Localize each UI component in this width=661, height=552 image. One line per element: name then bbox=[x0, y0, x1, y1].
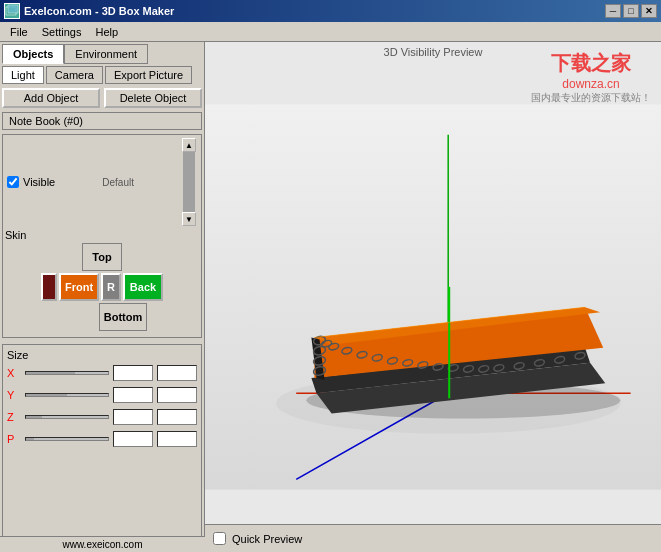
visible-checkbox[interactable] bbox=[7, 176, 19, 188]
size-p-input[interactable] bbox=[113, 431, 153, 447]
skin-bottom-row: Bottom bbox=[57, 303, 147, 331]
size-p-input2[interactable] bbox=[157, 431, 197, 447]
skin-label: Skin bbox=[5, 229, 199, 241]
quick-preview-bar: Quick Preview bbox=[205, 524, 661, 552]
size-x-label: X bbox=[7, 367, 21, 379]
size-z-slider[interactable] bbox=[25, 415, 109, 419]
skin-r[interactable]: R bbox=[101, 273, 121, 301]
menu-help[interactable]: Help bbox=[89, 24, 124, 40]
skin-grid: Top Front R Back Bottom bbox=[5, 243, 199, 333]
props-header: Visible Default ▲ ▼ bbox=[5, 137, 199, 227]
size-y-slider[interactable] bbox=[25, 393, 109, 397]
title-bar: ExeIcon.com - 3D Box Maker ─ □ ✕ bbox=[0, 0, 661, 22]
scroll-up-button[interactable]: ▲ bbox=[182, 138, 196, 152]
visible-row: Visible bbox=[7, 176, 55, 188]
notebook-label: Note Book (#0) bbox=[2, 112, 202, 130]
default-label: Default bbox=[102, 177, 134, 188]
skin-section: Skin Top Front R Back Bottom bbox=[5, 229, 199, 333]
size-x-input[interactable] bbox=[113, 365, 153, 381]
scene-container bbox=[205, 72, 661, 522]
tab-objects[interactable]: Objects bbox=[2, 44, 64, 64]
main-tabs: Objects Environment bbox=[2, 44, 202, 64]
size-p-slider[interactable] bbox=[25, 437, 109, 441]
watermark-line2: downza.cn bbox=[531, 77, 651, 91]
preview-panel: 3D Visibility Preview 下载之家 downza.cn 国内最… bbox=[205, 42, 661, 552]
size-title: Size bbox=[7, 349, 197, 361]
skin-left[interactable] bbox=[41, 273, 57, 301]
scroll-down-button[interactable]: ▼ bbox=[182, 212, 196, 226]
skin-top-row: Top bbox=[82, 243, 122, 271]
app-title: ExeIcon.com - 3D Box Maker bbox=[24, 5, 174, 17]
size-x-input2[interactable] bbox=[157, 365, 197, 381]
subtab-light[interactable]: Light bbox=[2, 66, 44, 84]
size-y-label: Y bbox=[7, 389, 21, 401]
footer: www.exeicon.com bbox=[0, 536, 205, 552]
size-y-input2[interactable] bbox=[157, 387, 197, 403]
size-panel: Size X Y Z bbox=[2, 344, 202, 550]
sub-tabs: Light Camera Export Picture bbox=[2, 66, 202, 84]
watermark: 下载之家 downza.cn 国内最专业的资源下载站！ bbox=[531, 50, 651, 105]
tab-environment[interactable]: Environment bbox=[64, 44, 148, 64]
main-layout: Objects Environment Light Camera Export … bbox=[0, 42, 661, 552]
size-p-row: P bbox=[7, 431, 197, 447]
footer-url: www.exeicon.com bbox=[62, 539, 142, 550]
menu-file[interactable]: File bbox=[4, 24, 34, 40]
skin-bottom[interactable]: Bottom bbox=[99, 303, 147, 331]
size-z-label: Z bbox=[7, 411, 21, 423]
add-object-button[interactable]: Add Object bbox=[2, 88, 100, 108]
size-x-row: X bbox=[7, 365, 197, 381]
skin-mid-row: Front R Back bbox=[41, 273, 163, 301]
size-y-row: Y bbox=[7, 387, 197, 403]
skin-top[interactable]: Top bbox=[82, 243, 122, 271]
size-x-slider[interactable] bbox=[25, 371, 109, 375]
quick-preview-label: Quick Preview bbox=[232, 533, 302, 545]
size-z-row: Z bbox=[7, 409, 197, 425]
menu-settings[interactable]: Settings bbox=[36, 24, 88, 40]
svg-rect-1 bbox=[8, 5, 18, 13]
scroll-track bbox=[183, 152, 195, 212]
watermark-line1: 下载之家 bbox=[531, 50, 651, 77]
watermark-line3: 国内最专业的资源下载站！ bbox=[531, 91, 651, 105]
size-z-input[interactable] bbox=[113, 409, 153, 425]
props-panel: Visible Default ▲ ▼ Skin Top bbox=[2, 134, 202, 338]
preview-title: 3D Visibility Preview bbox=[384, 46, 483, 58]
size-p-label: P bbox=[7, 433, 21, 445]
skin-back[interactable]: Back bbox=[123, 273, 163, 301]
delete-object-button[interactable]: Delete Object bbox=[104, 88, 202, 108]
subtab-camera[interactable]: Camera bbox=[46, 66, 103, 84]
quick-preview-checkbox[interactable] bbox=[213, 532, 226, 545]
close-button[interactable]: ✕ bbox=[641, 4, 657, 18]
restore-button[interactable]: □ bbox=[623, 4, 639, 18]
size-y-input[interactable] bbox=[113, 387, 153, 403]
skin-front[interactable]: Front bbox=[59, 273, 99, 301]
subtab-export[interactable]: Export Picture bbox=[105, 66, 192, 84]
minimize-button[interactable]: ─ bbox=[605, 4, 621, 18]
object-buttons: Add Object Delete Object bbox=[2, 88, 202, 108]
visible-label: Visible bbox=[23, 176, 55, 188]
size-z-input2[interactable] bbox=[157, 409, 197, 425]
left-panel: Objects Environment Light Camera Export … bbox=[0, 42, 205, 552]
3d-scene-svg bbox=[205, 72, 661, 522]
menu-bar: File Settings Help bbox=[0, 22, 661, 42]
app-icon bbox=[4, 3, 20, 19]
